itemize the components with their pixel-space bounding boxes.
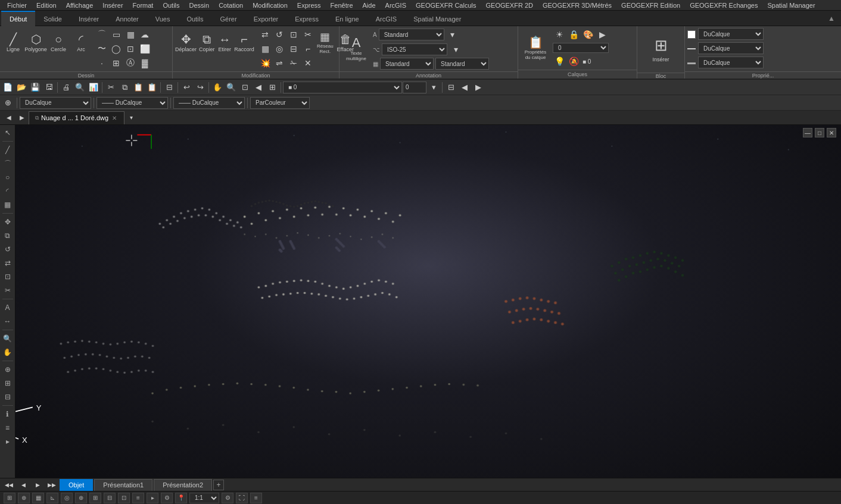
otrack-btn[interactable]: ⊞ (89, 493, 101, 503)
tab-presentation2[interactable]: Présentation2 (154, 479, 212, 491)
layer-off-btn[interactable]: 🔕 (567, 55, 580, 68)
cut-btn[interactable]: ✂ (104, 81, 117, 94)
mtext-style-select[interactable]: Standard (435, 58, 489, 70)
menu-geogexfr-calculs[interactable]: GEOGEXFR Calculs (411, 1, 481, 10)
lt-scale-btn[interactable]: ⊡ (1, 270, 14, 283)
point-button[interactable]: · (95, 57, 108, 70)
lt-text-btn[interactable]: A (1, 301, 14, 314)
lt-move-btn[interactable]: ✥ (1, 215, 14, 228)
tab-arcgis[interactable]: ArcGIS (367, 11, 405, 26)
gradient-button[interactable]: ▓ (138, 57, 151, 70)
customize-btn[interactable]: ≡ (250, 493, 262, 503)
save-btn[interactable]: 💾 (29, 81, 42, 94)
lt-command-btn[interactable]: ▸ (1, 435, 14, 448)
tb2-snap-btn[interactable]: ⊕ (1, 96, 14, 109)
lt-prop-btn[interactable]: ℹ (1, 408, 14, 421)
copy-btn[interactable]: ⧉ (118, 81, 131, 94)
zoom-window-btn[interactable]: ⊡ (238, 81, 251, 94)
menu-outils[interactable]: Outils (158, 1, 184, 10)
layer-next-btn[interactable]: ▶ (472, 81, 485, 94)
cercle-button[interactable]: ○ Cercle (48, 28, 69, 58)
layer1-select[interactable]: DuCalque (20, 97, 91, 109)
pan-btn[interactable]: ✋ (211, 81, 224, 94)
drawing-tab[interactable]: ⧉ Nuage d ... 1 Doré.dwg ✕ (29, 111, 124, 124)
qs-btn[interactable]: ⚙ (161, 493, 173, 503)
explode-button[interactable]: 💥 (258, 57, 272, 70)
menu-modification[interactable]: Modification (248, 1, 292, 10)
current-layer-select[interactable]: 0 DuCalque (553, 43, 609, 53)
etirer-button[interactable]: ↔ Etirer (217, 28, 233, 58)
lt-hatch-btn[interactable]: ▦ (1, 198, 14, 211)
dim-style-btn[interactable]: ▾ (449, 43, 462, 56)
linetype1-select[interactable]: —— DuCalque (96, 97, 168, 109)
inserer-button[interactable]: ⊞ Insérer (646, 28, 677, 71)
open-btn[interactable]: 📂 (15, 81, 28, 94)
drawing-tab-close[interactable]: ✕ (111, 115, 118, 121)
lt-line-btn[interactable]: ╱ (1, 143, 14, 156)
layer-more-btn[interactable]: ▶ (596, 28, 609, 41)
color-icon[interactable]: 🎨 (581, 28, 594, 41)
paste-btn[interactable]: 📋 (132, 81, 145, 94)
menu-fenetre[interactable]: Fenêtre (326, 1, 358, 10)
hatch-button[interactable]: ▦ (124, 28, 137, 41)
dyn-btn[interactable]: ⊡ (118, 493, 130, 503)
workspace-btn[interactable]: ⚙ (222, 493, 233, 503)
drawing-menu-btn[interactable]: ▾ (124, 111, 138, 124)
raccord-button[interactable]: ⌐ Raccord (233, 28, 255, 58)
wipeout-button[interactable]: ⬜ (138, 42, 151, 55)
erase-button[interactable]: ✕ (301, 57, 314, 70)
freeze-icon[interactable]: ☀ (553, 28, 566, 41)
tab-solide[interactable]: Solide (35, 11, 70, 26)
menu-format[interactable]: Format (128, 1, 158, 10)
tp-btn[interactable]: ▸ (147, 493, 158, 503)
viewport-minimize-btn[interactable]: — (803, 128, 812, 137)
color-select[interactable]: ParCouleur (250, 97, 310, 109)
array-pol-button[interactable]: ◎ (273, 42, 286, 55)
lt-osnap-btn[interactable]: ⊕ (1, 363, 14, 376)
rectangle-button[interactable]: ▭ (110, 28, 123, 41)
viewport-maximize-btn[interactable]: □ (815, 128, 824, 137)
tab-outils[interactable]: Outils (178, 11, 211, 26)
model-btn[interactable]: ⊞ (4, 493, 15, 503)
polar-btn[interactable]: ◎ (61, 493, 73, 503)
scale-button[interactable]: ⊡ (287, 28, 300, 41)
viewport-close-btn[interactable]: ✕ (827, 128, 836, 137)
tab-gerer[interactable]: Gérer (212, 11, 245, 26)
tab-objet[interactable]: Objet (60, 479, 93, 491)
prop-layer-select[interactable]: DuCalque (698, 28, 764, 40)
reseau-rectangulaire-button[interactable]: ▦ RéseauRect. (316, 28, 335, 58)
menu-edition[interactable]: Edition (32, 1, 61, 10)
fullscreen-btn[interactable]: ⛶ (236, 493, 248, 503)
layer-dropdown-btn[interactable]: ▾ (427, 81, 440, 94)
tab-en-ligne[interactable]: En ligne (327, 11, 367, 26)
offset-button[interactable]: ⊟ (287, 42, 300, 55)
paste-special-btn[interactable]: 📋 (145, 81, 158, 94)
lt-zoom-btn[interactable]: 🔍 (1, 332, 14, 345)
new-btn[interactable]: 📄 (1, 81, 14, 94)
menu-geogexfr-2d[interactable]: GEOGEXFR 2D (481, 1, 537, 10)
lt-dim-btn[interactable]: ↔ (1, 315, 14, 328)
menu-geogexfr-3d[interactable]: GEOGEXFR 3D/Métrés (538, 1, 616, 10)
add-tab-btn[interactable]: + (213, 480, 224, 490)
lt-arc-btn[interactable]: ◜ (1, 184, 14, 198)
zoom-ext-btn[interactable]: ⊞ (266, 81, 279, 94)
ribbon-collapse-icon[interactable]: ▲ (823, 12, 840, 24)
grid-btn[interactable]: ▦ (32, 493, 44, 503)
snap-btn[interactable]: ⊕ (18, 493, 30, 503)
bottom-right-btn[interactable]: ▶ (31, 478, 44, 492)
block-button[interactable]: ⊞ (110, 57, 123, 70)
menu-aide[interactable]: Aide (358, 1, 381, 10)
annotation-scale-select[interactable]: 1:11:21:51:10 (189, 493, 219, 503)
lt-select-btn[interactable]: ↖ (1, 126, 14, 139)
cloud-button[interactable]: ☁ (138, 28, 151, 41)
drawing-nav-back[interactable]: ◀ (2, 111, 15, 124)
layer-input[interactable] (403, 82, 426, 93)
preview-btn[interactable]: 🔍 (73, 81, 86, 94)
deplacer-button[interactable]: ✥ Déplacer (175, 28, 197, 58)
linewidth1-select[interactable]: —— DuCalque (173, 97, 245, 109)
plot-btn[interactable]: 📊 (87, 81, 100, 94)
menu-express[interactable]: Express (292, 1, 326, 10)
sc-btn[interactable]: 📍 (175, 493, 187, 503)
menu-fichier[interactable]: Fichier (2, 1, 32, 10)
table-style-select[interactable]: Standard (380, 58, 434, 70)
